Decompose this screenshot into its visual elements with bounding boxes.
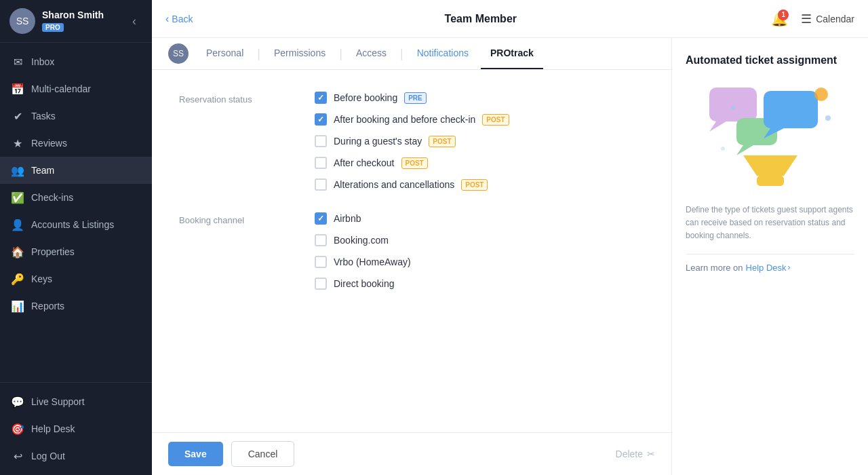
- learn-more-prefix: Learn more on: [686, 263, 743, 273]
- help-desk-icon: 🎯: [11, 422, 24, 436]
- delete-button[interactable]: Delete ✂: [616, 449, 655, 459]
- checkbox-before-booking[interactable]: Before booking PRE: [315, 92, 509, 104]
- checkbox-label-after-checkout: After checkout: [334, 157, 395, 168]
- sidebar-item-label: Multi-calendar: [31, 83, 91, 94]
- sidebar-item-check-ins[interactable]: ✅ Check-ins: [0, 184, 152, 211]
- tab-protrack[interactable]: PROtrack: [481, 38, 543, 69]
- tab-panel: SS Personal | Permissions | Access | Not…: [152, 38, 671, 475]
- svg-point-11: [721, 147, 725, 151]
- reports-icon: 📊: [11, 299, 24, 313]
- reservation-status-section: Reservation status Before booking PRE Af…: [179, 92, 644, 191]
- user-info: Sharon Smith PRO: [42, 10, 119, 33]
- tab-personal[interactable]: Personal: [197, 38, 253, 69]
- sidebar-item-multi-calendar[interactable]: 📅 Multi-calendar: [0, 75, 152, 102]
- sidebar-item-label: Team: [31, 165, 54, 176]
- info-panel-divider: [686, 254, 854, 254]
- save-button[interactable]: Save: [168, 442, 223, 466]
- accounts-listings-icon: 👤: [11, 218, 24, 231]
- svg-marker-3: [736, 145, 753, 155]
- tabs-bar: SS Personal | Permissions | Access | Not…: [152, 38, 671, 70]
- checkbox-label-vrbo: Vrbo (HomeAway): [334, 256, 411, 267]
- sidebar-item-tasks[interactable]: ✔ Tasks: [0, 102, 152, 130]
- chevron-right-icon: ›: [788, 263, 791, 272]
- user-avatar-small: SS: [168, 43, 189, 64]
- form-area: Reservation status Before booking PRE Af…: [152, 70, 671, 432]
- sidebar-item-team[interactable]: 👥 Team: [0, 157, 152, 184]
- svg-marker-7: [743, 155, 797, 176]
- help-desk-link-label: Help Desk: [746, 263, 787, 273]
- badge-post-during-stay: POST: [429, 136, 455, 147]
- booking-channel-section: Booking channel Airbnb Booking.com Vr: [179, 212, 644, 290]
- sidebar: SS Sharon Smith PRO ‹ ✉ Inbox 📅 Multi-ca…: [0, 0, 152, 475]
- checkbox-label-booking-com: Booking.com: [334, 235, 389, 246]
- checkbox-input-booking-com[interactable]: [315, 234, 327, 246]
- checkbox-input-airbnb[interactable]: [315, 212, 327, 225]
- sidebar-item-label: Reports: [31, 301, 64, 311]
- sidebar-item-accounts-listings[interactable]: 👤 Accounts & Listings: [0, 211, 152, 238]
- avatar: SS: [9, 8, 35, 34]
- sidebar-item-live-support[interactable]: 💬 Live Support: [0, 388, 152, 415]
- checkbox-input-alterations[interactable]: [315, 178, 327, 191]
- calendar-button[interactable]: ☰ Calendar: [801, 12, 854, 26]
- checkbox-input-vrbo[interactable]: [315, 256, 327, 268]
- reservation-status-options: Before booking PRE After booking and bef…: [315, 92, 509, 191]
- sidebar-item-help-desk[interactable]: 🎯 Help Desk: [0, 415, 152, 442]
- checkbox-input-after-booking[interactable]: [315, 113, 327, 126]
- delete-icon: ✂: [647, 449, 655, 459]
- checkbox-direct-booking[interactable]: Direct booking: [315, 278, 411, 290]
- topbar: ‹ Back Team Member 🔔 1 ☰ Calendar: [152, 0, 868, 38]
- sidebar-item-reviews[interactable]: ★ Reviews: [0, 130, 152, 157]
- sidebar-item-reports[interactable]: 📊 Reports: [0, 292, 152, 320]
- illustration: [686, 77, 854, 193]
- tab-permissions[interactable]: Permissions: [264, 38, 335, 69]
- sidebar-item-inbox[interactable]: ✉ Inbox: [0, 48, 152, 75]
- sidebar-item-label: Log Out: [31, 451, 65, 461]
- info-panel-description: Define the type of tickets guest support…: [686, 204, 854, 243]
- topbar-right: 🔔 1 ☰ Calendar: [768, 8, 854, 30]
- log-out-icon: ↩: [11, 449, 24, 463]
- booking-channel-options: Airbnb Booking.com Vrbo (HomeAway): [315, 212, 411, 290]
- sidebar-item-label: Properties: [31, 246, 75, 257]
- checkbox-label-alterations: Alterations and cancellations: [334, 179, 454, 190]
- sidebar-item-label: Help Desk: [31, 423, 75, 434]
- back-chevron-icon: ‹: [165, 13, 169, 25]
- checkbox-airbnb[interactable]: Airbnb: [315, 212, 411, 225]
- svg-point-6: [814, 88, 828, 101]
- checkbox-label-during-stay: During a guest's stay: [334, 136, 422, 147]
- help-desk-link[interactable]: Help Desk ›: [746, 263, 791, 273]
- checkbox-during-stay[interactable]: During a guest's stay POST: [315, 135, 509, 147]
- sidebar-item-label: Reviews: [31, 138, 67, 149]
- sidebar-collapse-button[interactable]: ‹: [126, 13, 142, 29]
- badge-post-after-checkout: POST: [401, 157, 428, 169]
- badge-post-alterations: POST: [461, 179, 488, 191]
- checkbox-input-direct-booking[interactable]: [315, 278, 327, 290]
- checkbox-vrbo[interactable]: Vrbo (HomeAway): [315, 256, 411, 268]
- svg-rect-0: [709, 88, 757, 121]
- checkbox-input-during-stay[interactable]: [315, 135, 327, 147]
- page-title: Team Member: [203, 13, 757, 25]
- checkbox-input-before-booking[interactable]: [315, 92, 327, 104]
- checkbox-after-booking[interactable]: After booking and before check-in POST: [315, 113, 509, 126]
- checkbox-label-airbnb: Airbnb: [334, 213, 361, 224]
- tab-divider-2: |: [339, 47, 342, 61]
- sidebar-item-log-out[interactable]: ↩ Log Out: [0, 442, 152, 470]
- checkbox-alterations[interactable]: Alterations and cancellations POST: [315, 178, 509, 191]
- footer-bar: Save Cancel Delete ✂: [152, 432, 671, 475]
- keys-icon: 🔑: [11, 272, 24, 286]
- notification-button[interactable]: 🔔 1: [768, 8, 790, 30]
- content-area: SS Personal | Permissions | Access | Not…: [152, 38, 868, 475]
- tab-notifications[interactable]: Notifications: [408, 38, 478, 69]
- tab-access[interactable]: Access: [347, 38, 396, 69]
- checkbox-input-after-checkout[interactable]: [315, 157, 327, 169]
- checkbox-after-checkout[interactable]: After checkout POST: [315, 157, 509, 169]
- sidebar-item-label: Tasks: [31, 111, 56, 121]
- properties-icon: 🏠: [11, 245, 24, 259]
- cancel-button[interactable]: Cancel: [231, 441, 295, 467]
- svg-marker-1: [709, 121, 726, 132]
- checkbox-booking-com[interactable]: Booking.com: [315, 234, 411, 246]
- sidebar-item-keys[interactable]: 🔑 Keys: [0, 265, 152, 292]
- back-button[interactable]: ‹ Back: [165, 13, 193, 25]
- svg-point-9: [731, 106, 735, 110]
- tasks-icon: ✔: [11, 109, 24, 123]
- sidebar-item-properties[interactable]: 🏠 Properties: [0, 238, 152, 265]
